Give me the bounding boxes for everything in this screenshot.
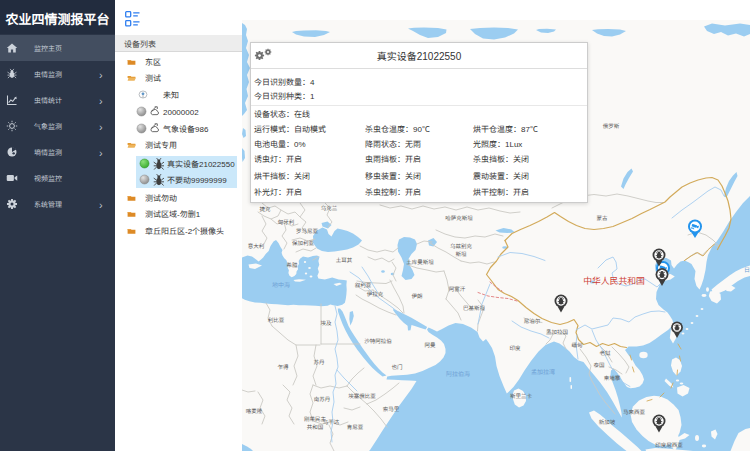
- svg-text:乌克兰: 乌克兰: [321, 204, 338, 212]
- svg-text:哈萨克斯坦: 哈萨克斯坦: [445, 214, 473, 222]
- svg-text:捷克: 捷克: [259, 205, 271, 213]
- svg-text:柬埔寨: 柬埔寨: [604, 374, 621, 382]
- svg-text:蒙古: 蒙古: [596, 214, 608, 222]
- svg-text:日本海: 日本海: [744, 265, 750, 274]
- svg-text:巴基斯坦: 巴基斯坦: [463, 304, 486, 312]
- svg-text:伊拉克: 伊拉克: [367, 290, 384, 298]
- svg-text:希腊: 希腊: [286, 261, 298, 269]
- svg-text:也门: 也门: [391, 363, 402, 371]
- svg-text:地中海: 地中海: [272, 280, 290, 289]
- svg-text:刚果民主: 刚果民主: [304, 415, 327, 423]
- svg-text:尼泊尔: 尼泊尔: [524, 317, 541, 325]
- svg-text:斯里兰卡: 斯里兰卡: [510, 392, 533, 400]
- svg-text:匈牙利: 匈牙利: [278, 218, 295, 226]
- svg-text:叙利亚: 叙利亚: [355, 281, 372, 289]
- svg-text:乍得: 乍得: [277, 363, 289, 371]
- svg-text:沙特阿拉伯: 沙特阿拉伯: [364, 337, 392, 345]
- svg-text:缅甸: 缅甸: [571, 341, 583, 349]
- svg-text:俄罗斯: 俄罗斯: [603, 122, 620, 130]
- svg-text:共和国: 共和国: [307, 423, 324, 431]
- svg-text:土库曼斯坦: 土库曼斯坦: [406, 258, 434, 266]
- svg-text:老挝: 老挝: [599, 349, 611, 357]
- svg-text:苏丹: 苏丹: [313, 358, 325, 366]
- svg-text:中华人民共和国: 中华人民共和国: [583, 274, 645, 287]
- svg-text:罗马尼亚: 罗马尼亚: [296, 227, 319, 235]
- svg-text:乌兹别克: 乌兹别克: [450, 242, 473, 250]
- svg-text:马来西亚: 马来西亚: [623, 408, 646, 416]
- svg-text:阿富汗: 阿富汗: [449, 285, 466, 293]
- svg-text:保加利亚: 保加利亚: [292, 239, 315, 247]
- svg-text:阿拉伯海: 阿拉伯海: [446, 369, 470, 378]
- svg-text:喀麦隆: 喀麦隆: [246, 407, 263, 415]
- svg-text:印度尼西亚: 印度尼西亚: [655, 441, 683, 449]
- svg-text:索马里: 索马里: [383, 405, 400, 413]
- svg-text:孟加拉国: 孟加拉国: [546, 328, 569, 336]
- svg-text:肯尼亚: 肯尼亚: [347, 423, 364, 431]
- svg-text:伊朗: 伊朗: [411, 292, 423, 300]
- svg-text:埃及: 埃及: [320, 319, 332, 327]
- svg-text:孟加拉湾: 孟加拉湾: [531, 367, 555, 376]
- svg-text:印度: 印度: [509, 344, 521, 352]
- svg-text:土耳其: 土耳其: [336, 256, 353, 264]
- svg-text:阿曼: 阿曼: [424, 341, 436, 349]
- svg-text:意大利: 意大利: [248, 242, 265, 250]
- svg-text:斯坦: 斯坦: [455, 250, 467, 258]
- svg-text:南苏丹: 南苏丹: [314, 395, 331, 403]
- svg-text:埃塞俄比亚: 埃塞俄比亚: [348, 392, 376, 400]
- svg-text:泰国: 泰国: [593, 361, 605, 369]
- svg-text:新加坡: 新加坡: [599, 418, 616, 426]
- svg-text:利比亚: 利比亚: [268, 316, 285, 324]
